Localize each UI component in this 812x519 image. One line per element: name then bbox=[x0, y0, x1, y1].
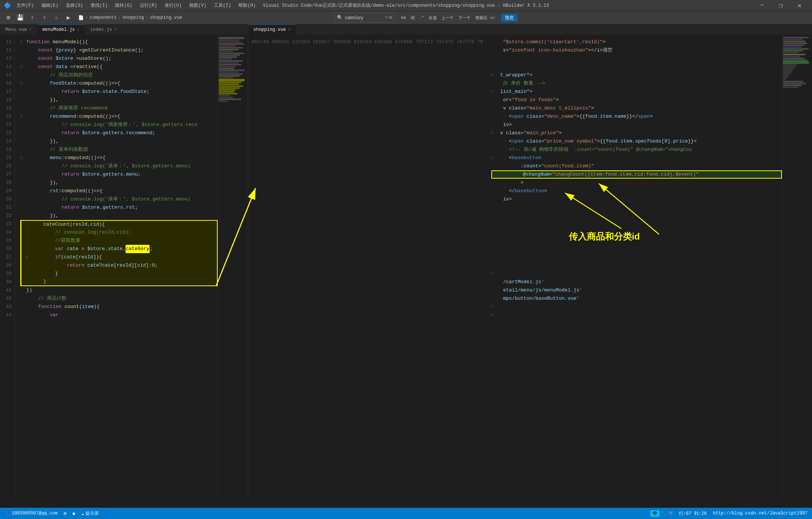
code-line-25: □ menu:computed(()=>{ bbox=[20, 154, 218, 162]
search-count: 7/8 bbox=[385, 15, 392, 20]
statusbar-remote[interactable]: ◉ bbox=[73, 511, 75, 516]
main-area: Menu.vue × menuModel.js × index.js × 111… bbox=[0, 24, 812, 496]
code-line-28: }), bbox=[20, 179, 218, 187]
tab-shopping-vue[interactable]: shopping.vue × bbox=[248, 24, 296, 35]
code-line-36: var cate = $store.state.cateGory; bbox=[20, 245, 218, 253]
code-line-41: }) bbox=[20, 286, 218, 294]
save-button[interactable]: 💾 bbox=[15, 12, 26, 23]
right-tabbar: shopping.vue × bbox=[248, 24, 812, 35]
statusbar-user[interactable]: 👤 1003989507@qq.com bbox=[5, 511, 58, 516]
code-line-35: //获取数量 bbox=[20, 237, 218, 245]
next-match-button[interactable]: 下一个 bbox=[457, 15, 472, 21]
tab-index-js[interactable]: index.js × bbox=[85, 24, 122, 35]
rcode-78: □ bbox=[491, 303, 782, 311]
code-line-44: var bbox=[20, 311, 218, 319]
rcode-47: s="iconfont icon-huishouzhan"></i>清空 bbox=[491, 46, 782, 55]
rcode-59: <!-- 加/减 购物车的按钮 :count="count(food)" @ch… bbox=[491, 146, 782, 154]
back-button[interactable]: ‹ bbox=[27, 12, 38, 23]
menu-publish[interactable]: 发行(U) bbox=[162, 2, 184, 9]
code-line-17: return $store.state.foodState; bbox=[20, 88, 218, 96]
app-root: 🔷 文件(F) 编辑(E) 选择(S) 查找(I) 跳转(G) 运行(R) 发行… bbox=[0, 0, 812, 519]
menu-goto[interactable]: 跳转(G) bbox=[113, 2, 135, 9]
code-line-37: □ if(cate[resId]){ bbox=[20, 253, 218, 261]
menu-tools[interactable]: 工具(I) bbox=[212, 2, 233, 9]
code-line-22: return $store.getters.recommend; bbox=[20, 129, 218, 137]
minimize-button[interactable]: − bbox=[753, 0, 771, 11]
rcode-61: :count="count(food.item)" bbox=[491, 162, 782, 170]
rcode-56: iv> bbox=[491, 121, 782, 129]
rcode-67 bbox=[491, 212, 782, 220]
run-button[interactable]: ▶ bbox=[63, 12, 74, 23]
rcode-76: etail/menu/js/menuModel.js' bbox=[491, 286, 782, 294]
code-line-29: rst:computed(()=>{ bbox=[20, 187, 218, 195]
code-line-18: }), bbox=[20, 96, 218, 104]
cloud-label: 提示库 bbox=[85, 510, 99, 517]
rcode-46: "$store.commit('clearCart',resId)"> bbox=[491, 38, 782, 46]
code-line-14: □ const data =reactive({ bbox=[20, 63, 218, 71]
left-code-area[interactable]: □ function menuModel(){ const {proxy} =g… bbox=[15, 35, 218, 496]
rcode-65: iv> bbox=[491, 195, 782, 203]
statusbar-cloud[interactable]: ☁ 提示库 bbox=[81, 510, 99, 517]
code-line-40: } bbox=[20, 278, 218, 286]
toolbar: ⊞ 💾 ‹ › ☆ ▶ 📄 › components › shopping › … bbox=[0, 11, 812, 24]
tab-close-icon[interactable]: × bbox=[288, 28, 290, 32]
window-title: Visual Studio Code/Vue正式班/正式课项目实战/demo-e… bbox=[263, 2, 549, 9]
rcode-60: □ <basebutton bbox=[491, 154, 782, 162]
rcode-55: <span class="desc_name">{{food.item.name… bbox=[491, 112, 782, 121]
tab-label: index.js bbox=[90, 27, 112, 32]
replace-button[interactable]: 替换区 << bbox=[474, 15, 497, 21]
rcode-54: v class="main_desc t_ellipsis"> bbox=[491, 104, 782, 112]
search-whole-word-button[interactable]: 词 bbox=[409, 15, 416, 21]
tab-close-icon[interactable]: × bbox=[29, 27, 32, 32]
forward-button[interactable]: › bbox=[39, 12, 50, 23]
menu-select[interactable]: 选择(S) bbox=[64, 2, 85, 9]
tab-menu-vue[interactable]: Menu.vue × bbox=[0, 24, 37, 35]
rcode-51: 尔 单价 数量 --> bbox=[491, 79, 782, 88]
menu-file[interactable]: 文件(F) bbox=[14, 2, 36, 9]
menu-run[interactable]: 运行(R) bbox=[138, 2, 159, 9]
rcode-75: /cartModel.js' bbox=[491, 278, 782, 286]
code-line-27: return $store.getters.menu; bbox=[20, 170, 218, 179]
rcode-48 bbox=[491, 55, 782, 63]
code-line-20: □ recommend:computed(()=>{ bbox=[20, 112, 218, 121]
close-button[interactable]: ✕ bbox=[791, 0, 808, 11]
menu-edit[interactable]: 编辑(E) bbox=[39, 2, 61, 9]
code-line-42: // 商品计数 bbox=[20, 294, 218, 303]
statusbar-encoding[interactable]: 中 °、半 bbox=[650, 510, 673, 517]
code-line-34: // console.log(resId,cid); bbox=[20, 228, 218, 237]
layout-icon: ⊞ bbox=[64, 511, 66, 516]
titlebar-left: 🔷 文件(F) 编辑(E) 选择(S) 查找(I) 跳转(G) 运行(R) 发行… bbox=[4, 2, 258, 9]
search-regex-button[interactable]: .* bbox=[418, 15, 426, 20]
tab-label: shopping.vue bbox=[253, 27, 286, 32]
tab-close-icon[interactable]: × bbox=[114, 27, 117, 32]
breadcrumb-components[interactable]: components bbox=[89, 15, 117, 20]
code-line-32: }), bbox=[20, 212, 218, 220]
code-line-21: // console.log('商家推荐：', $store.getters.r… bbox=[20, 121, 218, 129]
search-icon: 🔍 bbox=[337, 15, 343, 21]
code-line-16: □ foodState:computed(()=>{ bbox=[20, 79, 218, 88]
tab-close-icon[interactable]: × bbox=[77, 28, 79, 32]
tab-menumodel-js[interactable]: menuModel.js × bbox=[37, 24, 85, 35]
statusbar-layout[interactable]: ⊞ bbox=[64, 511, 66, 516]
search-input[interactable] bbox=[345, 15, 383, 20]
select-all-button[interactable]: 全选 bbox=[427, 15, 438, 21]
right-code-area[interactable]: "$store.commit('clearCart',resId)"> s="i… bbox=[486, 35, 782, 496]
prev-match-button[interactable]: 上一个 bbox=[440, 15, 455, 21]
right-editor-content: 464748 495051 525354 555657 585960 61626… bbox=[248, 35, 812, 496]
code-line-38: return cate?cate[resId][cid]:0; bbox=[20, 261, 218, 270]
code-line-24: // 菜单列表数据 bbox=[20, 146, 218, 154]
breadcrumb-file[interactable]: shopping.vue bbox=[150, 15, 182, 20]
star-button[interactable]: ☆ bbox=[51, 12, 62, 23]
restore-button[interactable]: ❐ bbox=[772, 0, 789, 11]
user-icon: 👤 bbox=[5, 511, 10, 516]
rcode-74: □ bbox=[491, 270, 782, 278]
preview-button[interactable]: 预览 bbox=[501, 14, 518, 22]
breadcrumb: 📄 › components › shopping › shopping.vue bbox=[78, 15, 182, 21]
menu-view[interactable]: 视图(V) bbox=[187, 2, 209, 9]
menu-find[interactable]: 查找(I) bbox=[88, 2, 110, 9]
sidebar-toggle-button[interactable]: ⊞ bbox=[3, 12, 14, 23]
breadcrumb-shopping[interactable]: shopping bbox=[122, 15, 144, 20]
search-match-case-button[interactable]: Aa bbox=[399, 15, 407, 20]
breadcrumb-sep2: › bbox=[118, 15, 121, 20]
menu-help[interactable]: 帮助(H) bbox=[236, 2, 258, 9]
